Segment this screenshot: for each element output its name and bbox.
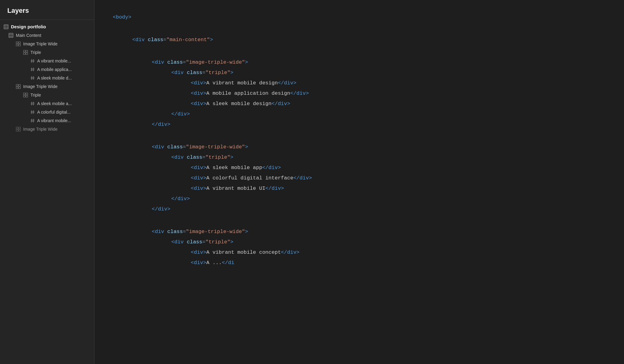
hash-icon bbox=[30, 101, 35, 106]
svg-rect-13 bbox=[19, 44, 20, 46]
svg-rect-33 bbox=[19, 87, 20, 89]
hash-icon bbox=[30, 118, 35, 123]
layers-header: Layers bbox=[0, 0, 94, 20]
code-line: <div>A vibrant mobile UI</div> bbox=[191, 183, 606, 194]
layer-item-image-triple-wide-1[interactable]: Image Triple Wide bbox=[0, 40, 94, 48]
svg-rect-5 bbox=[9, 33, 13, 37]
layer-label: A sleek mobile a... bbox=[37, 101, 72, 106]
svg-rect-12 bbox=[16, 44, 18, 46]
code-block-triple-wide-1: <div class="image-triple-wide"> <div cla… bbox=[113, 57, 606, 130]
svg-line-39 bbox=[33, 102, 34, 105]
layer-tree: Design portfolio Main Content bbox=[0, 20, 94, 136]
layer-label: Triple bbox=[30, 93, 41, 97]
svg-rect-36 bbox=[23, 95, 25, 97]
code-line: <body> bbox=[113, 12, 606, 23]
code-block-body: <body> bbox=[113, 12, 606, 23]
code-line: <div>A vibrant mobile concept</div> bbox=[191, 247, 606, 258]
svg-rect-35 bbox=[26, 93, 28, 95]
svg-line-47 bbox=[33, 119, 34, 122]
hash-icon bbox=[30, 110, 35, 114]
layers-panel: Layers Design portfolio bbox=[0, 0, 94, 364]
layer-label: A mobile applica... bbox=[37, 67, 72, 72]
layer-label: A vibrant mobile... bbox=[37, 118, 71, 123]
layer-item-image-triple-wide-2[interactable]: Image Triple Wide bbox=[0, 82, 94, 91]
grid-small-icon bbox=[23, 93, 28, 97]
svg-rect-50 bbox=[16, 127, 18, 129]
grid-icon bbox=[16, 127, 21, 132]
code-block-triple-wide-3: <div class="image-triple-wide"> <div cla… bbox=[113, 227, 606, 268]
code-panel: <body> <div class="main-content"> <div c… bbox=[94, 0, 624, 364]
svg-line-26 bbox=[31, 76, 32, 80]
layer-item-triple-1[interactable]: Triple bbox=[0, 48, 94, 57]
layer-label: Design portfolio bbox=[11, 24, 46, 29]
layer-item-main-content[interactable]: Main Content bbox=[0, 31, 94, 40]
code-block-main-content: <div class="main-content"> bbox=[113, 35, 606, 45]
svg-line-23 bbox=[33, 68, 34, 71]
svg-rect-15 bbox=[26, 50, 28, 52]
code-line: <div class="image-triple-wide"> bbox=[152, 227, 606, 237]
svg-rect-30 bbox=[16, 84, 18, 86]
layer-item-mobile-applica-1[interactable]: A mobile applica... bbox=[0, 65, 94, 74]
layer-label: A sleek mobile d... bbox=[37, 76, 72, 80]
code-line: <div>A ...</di bbox=[191, 258, 606, 268]
code-line: <div class="image-triple-wide"> bbox=[152, 142, 606, 152]
layer-label: Image Triple Wide bbox=[23, 84, 58, 89]
frame-icon bbox=[9, 33, 13, 38]
svg-rect-17 bbox=[26, 53, 28, 55]
code-line: <div class="triple"> bbox=[171, 68, 606, 78]
svg-line-43 bbox=[33, 110, 34, 114]
grid-icon bbox=[16, 84, 21, 89]
svg-rect-52 bbox=[16, 129, 18, 131]
svg-rect-11 bbox=[19, 42, 20, 44]
layer-item-colorful-digital-2[interactable]: A colorful digital... bbox=[0, 108, 94, 116]
svg-rect-34 bbox=[23, 93, 25, 95]
svg-rect-37 bbox=[26, 95, 28, 97]
grid-icon bbox=[16, 41, 21, 46]
layer-item-design-portfolio[interactable]: Design portfolio bbox=[0, 22, 94, 31]
svg-rect-16 bbox=[23, 53, 25, 55]
grid-small-icon bbox=[23, 50, 28, 55]
code-line: </div> bbox=[152, 119, 606, 130]
svg-line-42 bbox=[31, 110, 32, 114]
hash-icon bbox=[30, 67, 35, 72]
code-line: <div>A sleek mobile design</div> bbox=[191, 99, 606, 109]
code-line: <div class="triple"> bbox=[171, 237, 606, 247]
layer-item-vibrant-mobile-2[interactable]: A vibrant mobile... bbox=[0, 116, 94, 125]
layer-item-sleek-mobile-a-2[interactable]: A sleek mobile a... bbox=[0, 99, 94, 108]
code-line: <div>A vibrant mobile design</div> bbox=[191, 78, 606, 88]
frame-icon bbox=[4, 24, 9, 29]
hash-icon bbox=[30, 59, 35, 63]
code-line: <div>A mobile application design</div> bbox=[191, 88, 606, 99]
code-block-triple-wide-2: <div class="image-triple-wide"> <div cla… bbox=[113, 142, 606, 214]
svg-rect-0 bbox=[4, 25, 8, 29]
hash-icon bbox=[30, 76, 35, 80]
layer-item-triple-2[interactable]: Triple bbox=[0, 91, 94, 99]
svg-line-22 bbox=[31, 68, 32, 71]
code-line: <div class="image-triple-wide"> bbox=[152, 57, 606, 68]
code-line: <div class="triple"> bbox=[171, 152, 606, 163]
svg-rect-14 bbox=[23, 50, 25, 52]
code-line: </div> bbox=[171, 194, 606, 204]
svg-line-18 bbox=[31, 59, 32, 63]
layer-item-vibrant-mobile-1[interactable]: A vibrant mobile... bbox=[0, 57, 94, 65]
svg-line-27 bbox=[33, 76, 34, 80]
code-line: <div class="main-content"> bbox=[132, 35, 606, 45]
svg-line-19 bbox=[33, 59, 34, 63]
layer-item-image-triple-wide-3[interactable]: Image Triple Wide bbox=[0, 125, 94, 133]
layer-label: A colorful digital... bbox=[37, 110, 71, 115]
layer-label: Image Triple Wide bbox=[23, 127, 58, 132]
svg-line-38 bbox=[31, 102, 32, 105]
svg-rect-53 bbox=[19, 129, 20, 131]
layer-label: Triple bbox=[30, 50, 41, 55]
code-line: <div>A sleek mobile app</div> bbox=[191, 163, 606, 173]
svg-rect-31 bbox=[19, 84, 20, 86]
code-line: </div> bbox=[152, 204, 606, 214]
code-line: <div>A colorful digital interface</div> bbox=[191, 173, 606, 183]
layer-item-sleek-mobile-d-1[interactable]: A sleek mobile d... bbox=[0, 74, 94, 82]
svg-line-46 bbox=[31, 119, 32, 122]
svg-rect-10 bbox=[16, 42, 18, 44]
code-line: </div> bbox=[171, 109, 606, 119]
svg-rect-51 bbox=[19, 127, 20, 129]
svg-rect-32 bbox=[16, 87, 18, 89]
layer-label: Main Content bbox=[16, 33, 41, 38]
